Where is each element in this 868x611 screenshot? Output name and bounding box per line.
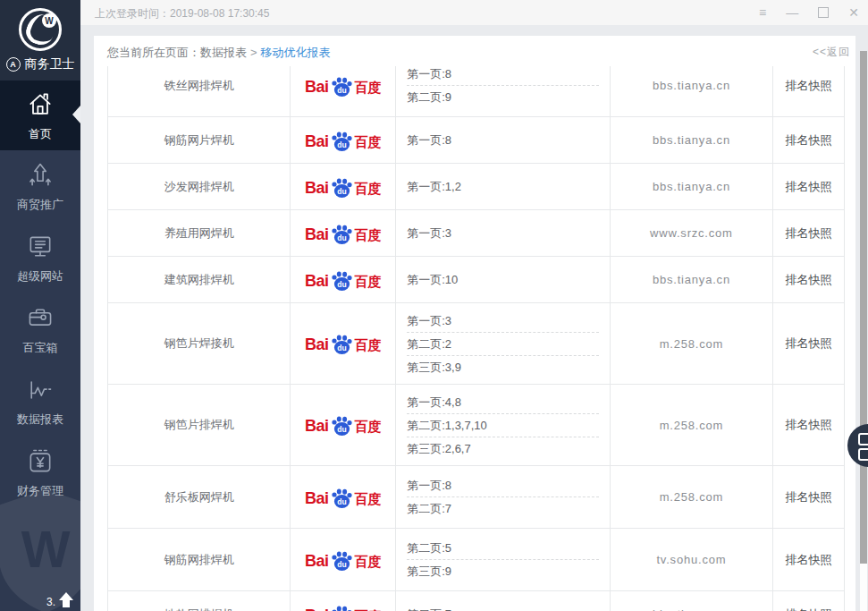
sidebar-item-label: 财务管理 bbox=[17, 483, 63, 499]
menu-icon[interactable]: ≡ bbox=[759, 6, 766, 19]
ranking-line: 第三页:3,9 bbox=[407, 356, 598, 378]
ranking-line: 第一页:4,8 bbox=[407, 391, 598, 414]
engine-cell: Bai du 百度 bbox=[291, 210, 396, 256]
table-row: 养殖用网焊机 Bai du 百度 第一页:3 www.srzc.com 排名快照 bbox=[108, 210, 844, 257]
snapshot-link[interactable]: 排名快照 bbox=[773, 257, 844, 302]
home-icon bbox=[25, 89, 55, 120]
rankings-cell: 第一页:3 bbox=[396, 210, 610, 256]
sidebar-item-label: 数据报表 bbox=[17, 412, 63, 428]
ranking-line: 第三页:9 bbox=[407, 560, 598, 582]
back-button[interactable]: <<返回 bbox=[813, 45, 850, 60]
sidebar-item-home[interactable]: 首页 bbox=[0, 81, 80, 150]
active-item-pointer-icon bbox=[72, 106, 80, 123]
snapshot-link[interactable]: 排名快照 bbox=[773, 466, 844, 528]
baidu-logo-icon: Bai du 百度 bbox=[305, 415, 382, 435]
close-icon[interactable]: ✕ bbox=[848, 6, 859, 19]
baidu-logo-icon: Bai du 百度 bbox=[305, 76, 382, 96]
sidebar: W A 商务卫士 首页 商贸推广 超级网站 百宝箱 数据报表 财务管理 W 3. bbox=[0, 0, 80, 611]
rankings-cell: 第一页:10 bbox=[396, 257, 610, 302]
engine-cell: Bai du 百度 bbox=[291, 164, 396, 209]
scrollbar-track bbox=[860, 51, 867, 611]
baidu-paw-icon: du bbox=[330, 76, 354, 98]
ranking-line: 第二页:9 bbox=[407, 86, 598, 108]
up-arrow-icon[interactable] bbox=[59, 592, 73, 608]
svg-text:du: du bbox=[337, 140, 346, 149]
engine-cell: Bai du 百度 bbox=[291, 385, 396, 465]
sidebar-item-label: 百宝箱 bbox=[23, 340, 58, 356]
svg-text:du: du bbox=[337, 233, 346, 242]
table-row: 沙发网排焊机 Bai du 百度 第一页:1,2 bbs.tianya.cn 排… bbox=[108, 164, 844, 210]
snapshot-link[interactable]: 排名快照 bbox=[773, 117, 844, 163]
sidebar-item-label: 首页 bbox=[29, 126, 52, 142]
toolbox-icon bbox=[25, 303, 55, 334]
baidu-paw-icon: du bbox=[330, 334, 354, 355]
keyword-cell: 地热网排焊机 bbox=[108, 591, 291, 611]
domain-cell: bbs.tianya.cn bbox=[611, 257, 774, 302]
ranking-line: 第一页:1,2 bbox=[407, 175, 598, 198]
sidebar-item-promotion[interactable]: 商贸推广 bbox=[0, 150, 80, 222]
breadcrumb-prefix: 您当前所在页面： bbox=[107, 46, 200, 59]
scrollbar-thumb[interactable] bbox=[860, 51, 867, 564]
ranking-line: 第三页:2,6,7 bbox=[407, 437, 598, 460]
ranking-line: 第一页:8 bbox=[407, 66, 598, 86]
baidu-logo-icon: Bai du 百度 bbox=[305, 177, 382, 197]
domain-cell: bbs.tianya.cn bbox=[611, 117, 774, 163]
snapshot-link[interactable]: 排名快照 bbox=[773, 164, 844, 209]
snapshot-link[interactable]: 排名快照 bbox=[773, 385, 844, 465]
svg-text:du: du bbox=[337, 344, 346, 352]
table-row: 钢笆片排焊机 Bai du 百度 第一页:4,8第二页:1,3,7,10第三页:… bbox=[108, 385, 844, 466]
sidebar-item-label: 超级网站 bbox=[17, 268, 63, 284]
baidu-paw-icon: du bbox=[330, 415, 354, 437]
contact-icon bbox=[858, 433, 868, 461]
baidu-logo-icon: Bai du 百度 bbox=[305, 550, 382, 570]
engine-cell: Bai du 百度 bbox=[291, 591, 396, 611]
snapshot-link[interactable]: 排名快照 bbox=[773, 303, 844, 384]
rankings-cell: 第一页:8第二页:9 bbox=[396, 66, 610, 116]
engine-cell: Bai du 百度 bbox=[291, 466, 396, 528]
rankings-cell: 第一页:4,8第二页:1,3,7,10第三页:2,6,7 bbox=[396, 385, 610, 465]
maximize-icon[interactable] bbox=[818, 7, 829, 18]
main-panel: 您当前所在页面：数据报表>移动优化报表 <<返回 铁丝网排焊机 Bai du 百… bbox=[94, 36, 855, 611]
svg-text:du: du bbox=[337, 559, 346, 568]
svg-text:du: du bbox=[337, 279, 346, 288]
watermark-letter: W bbox=[21, 520, 71, 578]
keyword-cell: 舒乐板网焊机 bbox=[108, 466, 291, 528]
svg-text:du: du bbox=[337, 496, 346, 505]
keyword-cell: 养殖用网焊机 bbox=[108, 210, 291, 256]
table-row: 钢筋网片焊机 Bai du 百度 第一页:8 bbs.tianya.cn 排名快… bbox=[108, 117, 844, 164]
ranking-line: 第一页:8 bbox=[407, 474, 598, 497]
baidu-logo-icon: Bai du 百度 bbox=[305, 270, 382, 290]
ranking-line: 第一页:10 bbox=[407, 268, 598, 291]
snapshot-link[interactable]: 排名快照 bbox=[773, 210, 844, 256]
baidu-logo-icon: Bai du 百度 bbox=[305, 488, 382, 507]
engine-cell: Bai du 百度 bbox=[291, 303, 396, 384]
sidebar-item-label: 商贸推广 bbox=[17, 197, 63, 213]
table-row: 钢笆片焊接机 Bai du 百度 第一页:3第二页:2第三页:3,9 m.258… bbox=[108, 303, 844, 385]
rankings-cell: 第一页:8 bbox=[396, 117, 610, 163]
baidu-logo-icon: Bai du 百度 bbox=[305, 605, 382, 611]
table-row: 舒乐板网焊机 Bai du 百度 第一页:8第二页:7 m.258.com 排名… bbox=[108, 466, 844, 529]
last-login-time: 上次登录时间：2019-08-08 17:30:45 bbox=[95, 6, 269, 21]
breadcrumb-section[interactable]: 数据报表 bbox=[200, 46, 247, 59]
breadcrumb: 您当前所在页面：数据报表>移动优化报表 bbox=[107, 45, 855, 61]
keyword-cell: 沙发网排焊机 bbox=[108, 164, 291, 209]
baidu-logo-icon: Bai du 百度 bbox=[305, 334, 382, 353]
snapshot-link[interactable]: 排名快照 bbox=[773, 591, 844, 611]
rankings-cell: 第一页:1,2 bbox=[396, 164, 610, 209]
keyword-cell: 钢筋网片焊机 bbox=[108, 117, 291, 163]
domain-cell: tv.sohu.com bbox=[611, 529, 774, 590]
sidebar-item-finance[interactable]: 财务管理 bbox=[0, 437, 80, 508]
snapshot-link[interactable]: 排名快照 bbox=[773, 529, 844, 590]
sidebar-item-website[interactable]: 超级网站 bbox=[0, 222, 80, 293]
breadcrumb-separator: > bbox=[250, 46, 257, 59]
snapshot-link[interactable]: 排名快照 bbox=[773, 66, 844, 116]
baidu-paw-icon: du bbox=[330, 270, 354, 292]
minimize-icon[interactable]: — bbox=[786, 6, 798, 19]
table-viewport: 铁丝网排焊机 Bai du 百度 第一页:8第二页:9 bbs.tianya.c… bbox=[107, 66, 845, 611]
ranking-line: 第二页:1,3,7,10 bbox=[407, 414, 598, 437]
breadcrumb-current[interactable]: 移动优化报表 bbox=[261, 46, 331, 59]
sidebar-item-toolbox[interactable]: 百宝箱 bbox=[0, 293, 80, 365]
sidebar-item-reports[interactable]: 数据报表 bbox=[0, 365, 80, 437]
ranking-line: 第二页:7 bbox=[407, 603, 598, 611]
engine-cell: Bai du 百度 bbox=[291, 257, 396, 302]
